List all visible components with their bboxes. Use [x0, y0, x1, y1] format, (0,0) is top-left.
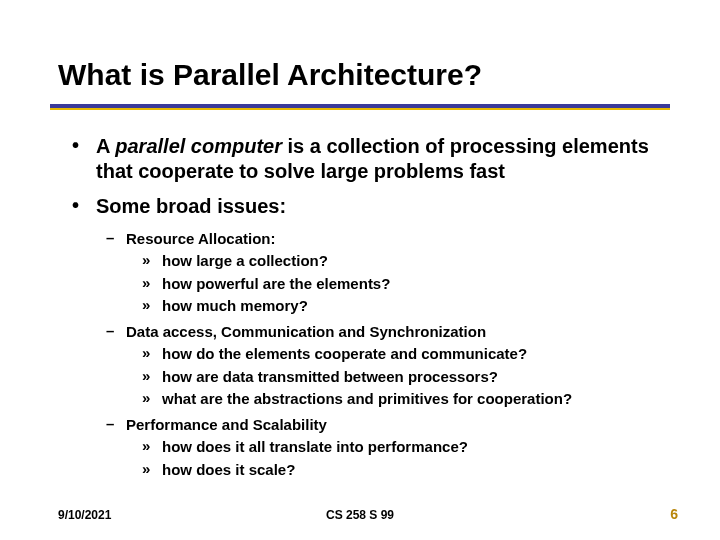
bullet-text: how much memory? — [162, 296, 308, 316]
bullet-text: how are data transmitted between process… — [162, 367, 498, 387]
raquo-marker: » — [142, 344, 162, 364]
raquo-marker: » — [142, 460, 162, 480]
bullet-marker: • — [72, 134, 96, 184]
raquo-marker: » — [142, 367, 162, 387]
bullet-level3: » how large a collection? — [142, 251, 660, 271]
bullet-level1: • Some broad issues: — [72, 194, 660, 219]
bullet-text: Some broad issues: — [96, 194, 286, 219]
bullet-level2: – Performance and Scalability — [106, 415, 660, 435]
bullet-text: A parallel computer is a collection of p… — [96, 134, 660, 184]
bullet-level3: » how much memory? — [142, 296, 660, 316]
bullet-level3: » what are the abstractions and primitiv… — [142, 389, 660, 409]
text-pre: A — [96, 135, 115, 157]
slide-title: What is Parallel Architecture? — [58, 58, 482, 92]
footer-course: CS 258 S 99 — [0, 508, 720, 522]
bullet-level3: » how do the elements cooperate and comm… — [142, 344, 660, 364]
bullet-level2: – Resource Allocation: — [106, 229, 660, 249]
bullet-text: Resource Allocation: — [126, 229, 275, 249]
bullet-text: how do the elements cooperate and commun… — [162, 344, 527, 364]
dash-marker: – — [106, 415, 126, 435]
raquo-marker: » — [142, 274, 162, 294]
raquo-marker: » — [142, 251, 162, 271]
bullet-text: Data access, Communication and Synchroni… — [126, 322, 486, 342]
dash-marker: – — [106, 229, 126, 249]
bullet-text: how large a collection? — [162, 251, 328, 271]
title-rule-accent — [50, 108, 670, 110]
bullet-level3: » how powerful are the elements? — [142, 274, 660, 294]
bullet-marker: • — [72, 194, 96, 219]
slide: What is Parallel Architecture? • A paral… — [0, 0, 720, 540]
raquo-marker: » — [142, 437, 162, 457]
raquo-marker: » — [142, 296, 162, 316]
bullet-level2: – Data access, Communication and Synchro… — [106, 322, 660, 342]
bullet-text: how does it all translate into performan… — [162, 437, 468, 457]
bullet-level3: » how are data transmitted between proce… — [142, 367, 660, 387]
text-em: parallel computer — [115, 135, 282, 157]
bullet-text: Performance and Scalability — [126, 415, 327, 435]
raquo-marker: » — [142, 389, 162, 409]
dash-marker: – — [106, 322, 126, 342]
slide-body: • A parallel computer is a collection of… — [72, 134, 660, 482]
footer-page-number: 6 — [670, 506, 678, 522]
bullet-text: what are the abstractions and primitives… — [162, 389, 572, 409]
bullet-text: how powerful are the elements? — [162, 274, 390, 294]
bullet-level1: • A parallel computer is a collection of… — [72, 134, 660, 184]
bullet-level3: » how does it scale? — [142, 460, 660, 480]
bullet-level3: » how does it all translate into perform… — [142, 437, 660, 457]
bullet-text: how does it scale? — [162, 460, 295, 480]
